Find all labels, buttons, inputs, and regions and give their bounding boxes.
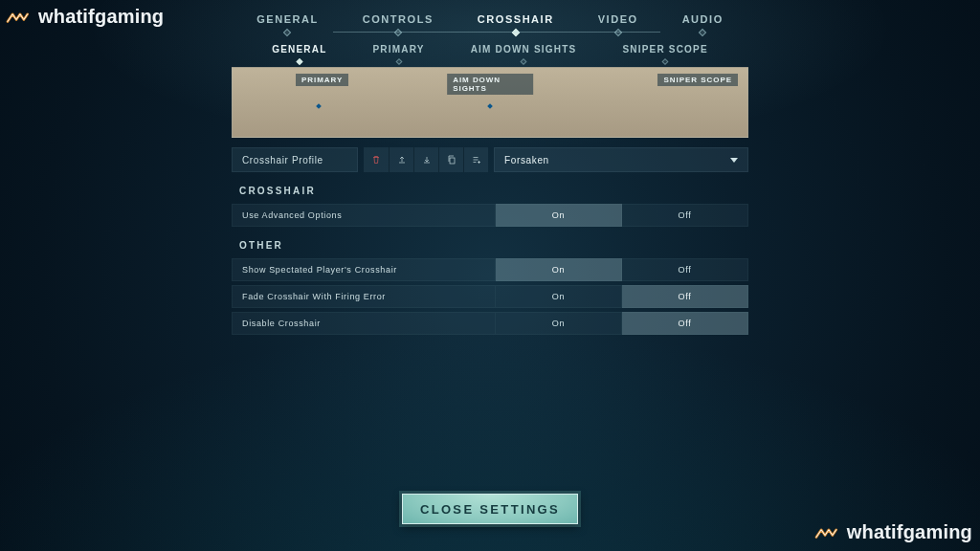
crosshair-settings-panel: PRIMARY AIM DOWN SIGHTS SNIPER SCOPE Cro…: [232, 67, 748, 335]
sub-nav-sniper[interactable]: SNIPER SCOPE: [618, 40, 711, 64]
sub-nav-primary[interactable]: PRIMARY: [368, 40, 428, 64]
top-nav-general[interactable]: GENERAL: [256, 10, 319, 33]
row-show-spectated: Show Spectated Player's Crosshair On Off: [232, 258, 748, 281]
crosshair-preview-strip: PRIMARY AIM DOWN SIGHTS SNIPER SCOPE: [232, 67, 748, 138]
nav-marker-icon: [662, 58, 669, 65]
row-fade-firing-error: Fade Crosshair With Firing Error On Off: [232, 285, 748, 308]
nav-marker-icon: [283, 29, 291, 36]
option-off[interactable]: Off: [622, 204, 748, 227]
profile-action-icons: [364, 147, 488, 172]
brand-watermark-bottom-right: whatifgaming: [814, 521, 972, 543]
row-options: On Off: [496, 312, 748, 335]
nav-marker-icon: [395, 58, 402, 65]
row-disable-crosshair: Disable Crosshair On Off: [232, 312, 748, 335]
trash-icon: [370, 154, 382, 165]
crosshair-sub-nav: GENERAL PRIMARY AIM DOWN SIGHTS SNIPER S…: [0, 40, 980, 64]
chevron-down-icon: [730, 158, 738, 163]
download-icon: [421, 154, 433, 165]
row-options: On Off: [496, 204, 748, 227]
row-options: On Off: [496, 285, 748, 308]
nav-marker-icon: [512, 29, 520, 36]
top-nav-crosshair[interactable]: CROSSHAIR: [478, 10, 554, 33]
section-title-other: OTHER: [232, 240, 748, 251]
top-nav-video[interactable]: VIDEO: [598, 10, 638, 33]
row-label: Show Spectated Player's Crosshair: [232, 258, 496, 281]
preview-primary: PRIMARY: [233, 68, 404, 137]
nav-marker-icon: [394, 29, 402, 36]
import-profile-button[interactable]: [413, 147, 438, 172]
sub-nav-general[interactable]: GENERAL: [268, 40, 330, 64]
export-profile-button[interactable]: [389, 147, 413, 172]
option-off[interactable]: Off: [622, 312, 748, 335]
brand-name: whatifgaming: [847, 521, 972, 543]
option-off[interactable]: Off: [622, 285, 748, 308]
row-options: On Off: [496, 258, 748, 281]
create-profile-button[interactable]: [463, 147, 488, 172]
crosshair-dot-icon: [316, 103, 322, 109]
crosshair-profile-label: Crosshair Profile: [232, 147, 358, 172]
row-use-advanced-options: Use Advanced Options On Off: [232, 204, 748, 227]
preview-tag: AIM DOWN SIGHTS: [447, 74, 533, 95]
crosshair-dot-icon: [487, 103, 493, 109]
row-label: Use Advanced Options: [232, 204, 496, 227]
profile-select-dropdown[interactable]: Forsaken: [494, 147, 748, 172]
close-settings-button[interactable]: CLOSE SETTINGS: [402, 494, 578, 524]
upload-icon: [396, 154, 408, 165]
settings-top-nav: GENERAL CONTROLS CROSSHAIR VIDEO AUDIO: [0, 10, 980, 33]
preview-tag: PRIMARY: [296, 74, 348, 86]
delete-profile-button[interactable]: [364, 147, 389, 172]
section-title-crosshair: CROSSHAIR: [232, 186, 748, 196]
top-nav-audio[interactable]: AUDIO: [682, 10, 724, 33]
option-on[interactable]: On: [496, 285, 622, 308]
copy-profile-button[interactable]: [438, 147, 463, 172]
option-on[interactable]: On: [496, 204, 622, 227]
list-plus-icon: [471, 154, 482, 165]
svg-rect-0: [450, 158, 455, 164]
copy-icon: [446, 154, 457, 165]
crosshair-profile-row: Crosshair Profile Forsaken: [232, 147, 748, 172]
nav-marker-icon: [520, 58, 526, 65]
nav-connector-line: [333, 32, 660, 33]
option-on[interactable]: On: [496, 258, 622, 281]
sub-nav-ads[interactable]: AIM DOWN SIGHTS: [467, 40, 581, 64]
option-off[interactable]: Off: [622, 258, 748, 281]
profile-selected-value: Forsaken: [504, 155, 549, 165]
preview-tag: SNIPER SCOPE: [657, 74, 738, 86]
top-nav-controls[interactable]: CONTROLS: [363, 10, 434, 33]
nav-marker-icon: [699, 29, 706, 36]
brand-logo-icon: [814, 523, 839, 542]
option-on[interactable]: On: [496, 312, 622, 335]
row-label: Fade Crosshair With Firing Error: [232, 285, 496, 308]
preview-sniper: SNIPER SCOPE: [576, 68, 747, 137]
nav-marker-icon: [296, 58, 302, 65]
row-label: Disable Crosshair: [232, 312, 496, 335]
preview-ads: AIM DOWN SIGHTS: [404, 68, 575, 137]
nav-marker-icon: [613, 29, 621, 36]
